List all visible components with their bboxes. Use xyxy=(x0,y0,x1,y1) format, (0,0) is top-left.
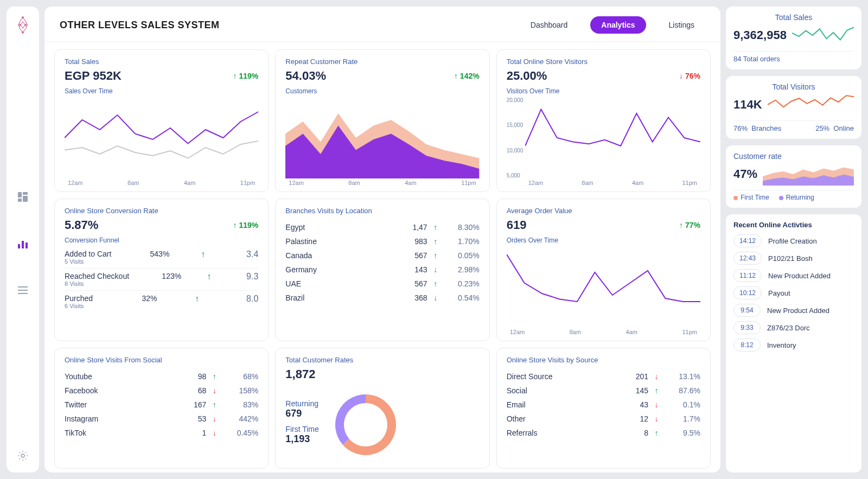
row-value: 43 xyxy=(616,400,648,409)
activity-text: Z876/23 Dorc xyxy=(767,324,810,332)
list-item: Other 12 ↓ 1.7% xyxy=(507,412,700,426)
nav-dashboard-icon[interactable] xyxy=(16,190,30,204)
row-name: Twitter xyxy=(65,400,174,409)
list-item: UAE 567 ↑ 0.23% xyxy=(285,277,479,291)
activity-time: 14:12 xyxy=(733,234,762,247)
activity-text: New Product Added xyxy=(768,272,831,280)
metric-value: EGP 952K xyxy=(65,69,122,83)
legend-returning: Returning xyxy=(779,194,814,201)
widget-title: Recent Online Activties xyxy=(733,221,854,229)
arrow-down-icon: ↓ xyxy=(648,372,665,381)
nav-analytics-icon[interactable] xyxy=(16,237,30,251)
row-name: Egypt xyxy=(285,223,394,232)
step-pct: 123% xyxy=(149,272,181,280)
orders-chart xyxy=(507,246,700,328)
list-item: Facebook 68 ↓ 158% xyxy=(65,384,258,398)
branches-stat: 76% Branches xyxy=(733,124,781,132)
arrow-down-icon: ↓ xyxy=(206,386,222,395)
card-title: Online Store Visits From Social xyxy=(65,356,258,364)
widget-value: 47% xyxy=(733,167,757,181)
firsttime-value: 1,193 xyxy=(285,433,318,445)
step-pct: 543% xyxy=(137,250,169,258)
online-stat: 25% Online xyxy=(815,124,854,132)
activity-item: 12:43P102/21 Bosh xyxy=(733,252,854,265)
page-title: OTHER LEVELS SALES SYSTEM xyxy=(60,20,220,31)
list-item: Twitter 167 ↑ 83% xyxy=(65,398,258,412)
list-item: Brazil 368 ↓ 0.54% xyxy=(285,291,479,305)
x-axis-labels: 12am8am4am11pm xyxy=(285,178,479,186)
delta-badge: ↑119% xyxy=(233,72,259,80)
card-repeat-customer: Repeat Customer Rate 54.03% ↑142% Custom… xyxy=(275,49,489,192)
delta-badge: ↑77% xyxy=(679,221,700,229)
row-name: Referrals xyxy=(507,429,616,437)
arrow-up-icon: ↑ xyxy=(206,400,222,409)
activity-time: 12:43 xyxy=(733,252,762,265)
row-value: 567 xyxy=(395,279,427,288)
step-pct: 32% xyxy=(125,294,157,303)
widget-title: Total Visitors xyxy=(733,82,854,91)
arrow-up-icon: ↑ xyxy=(195,250,211,259)
funnel-step: Purched6 Visits 32% ↑ 8.0 xyxy=(65,290,258,312)
row-name: TikTok xyxy=(65,429,174,437)
mini-custrate-chart xyxy=(763,163,854,186)
card-visitors: Total Online Store Visitors 25.00% ↓76% … xyxy=(496,49,711,192)
row-name: Instagram xyxy=(65,414,174,423)
nav-menu-icon[interactable] xyxy=(16,283,30,297)
returning-label: Returning xyxy=(285,399,318,408)
arrow-up-icon: ↑ xyxy=(427,279,444,288)
tab-listings[interactable]: Listings xyxy=(658,16,705,34)
activity-time: 9:54 xyxy=(733,304,761,317)
step-visits: 6 Visits xyxy=(65,303,93,309)
activity-text: Inventory xyxy=(767,341,796,349)
arrow-up-icon: ↑ xyxy=(679,221,683,229)
arrow-up-icon: ↑ xyxy=(427,251,444,260)
list-item: Youtube 98 ↑ 68% xyxy=(65,369,258,384)
row-name: Brazil xyxy=(285,293,394,302)
list-item: Referrals 8 ↑ 9.5% xyxy=(507,426,700,440)
card-subtitle: Conversion Funnel xyxy=(65,237,258,244)
row-name: UAE xyxy=(285,279,394,288)
customers-chart xyxy=(285,97,479,178)
metric-value: 25.00% xyxy=(507,69,547,83)
logo-icon xyxy=(15,16,31,38)
arrow-up-icon: ↑ xyxy=(233,221,237,229)
branches-list: Egypt 1,47 ↑ 8.30%Palastine 983 ↑ 1.70%C… xyxy=(285,220,479,305)
widget-sub: 84 Total orders xyxy=(733,55,780,63)
card-total-sales: Total Sales EGP 952K ↑119% Sales Over Ti… xyxy=(54,49,269,192)
svg-rect-4 xyxy=(18,192,22,197)
activity-item: 8:12Inventory xyxy=(733,339,854,352)
tab-dashboard[interactable]: Dashboard xyxy=(520,16,579,34)
card-title: Average Order Value xyxy=(507,207,700,215)
activities-list: 14:12Profile Creation12:43P102/21 Bosh11… xyxy=(733,234,854,352)
row-value: 368 xyxy=(395,293,427,302)
row-name: Direct Source xyxy=(507,372,616,381)
step-name: Purched xyxy=(65,294,93,303)
row-value: 53 xyxy=(174,414,206,423)
activity-text: Profile Creation xyxy=(768,237,817,245)
activity-item: 9:33Z876/23 Dorc xyxy=(733,321,854,334)
arrow-down-icon: ↓ xyxy=(206,414,222,423)
row-value: 567 xyxy=(395,251,427,260)
arrow-down-icon: ↓ xyxy=(206,429,222,437)
settings-icon[interactable] xyxy=(16,449,30,463)
arrow-up-icon: ↑ xyxy=(427,237,444,246)
svg-rect-6 xyxy=(23,196,28,202)
svg-rect-8 xyxy=(18,244,20,248)
row-pct: 0.05% xyxy=(444,251,480,260)
row-value: 68 xyxy=(174,386,206,395)
row-pct: 1.7% xyxy=(665,414,700,423)
tab-analytics[interactable]: Analytics xyxy=(590,16,646,34)
step-num: 8.0 xyxy=(237,294,258,304)
list-item: Palastine 983 ↑ 1.70% xyxy=(285,234,479,248)
row-name: Palastine xyxy=(285,237,394,246)
row-pct: 0.23% xyxy=(444,279,480,288)
delta-badge: ↑142% xyxy=(454,72,480,80)
card-title: Branches Visits by Location xyxy=(285,207,479,215)
row-pct: 0.45% xyxy=(222,429,258,437)
card-subtitle: Orders Over Time xyxy=(507,237,700,244)
delta-badge: ↓76% xyxy=(679,72,700,80)
activity-time: 8:12 xyxy=(733,339,761,352)
svg-rect-10 xyxy=(25,242,28,248)
activity-text: P102/21 Bosh xyxy=(768,254,813,263)
list-item: Canada 567 ↑ 0.05% xyxy=(285,248,479,263)
